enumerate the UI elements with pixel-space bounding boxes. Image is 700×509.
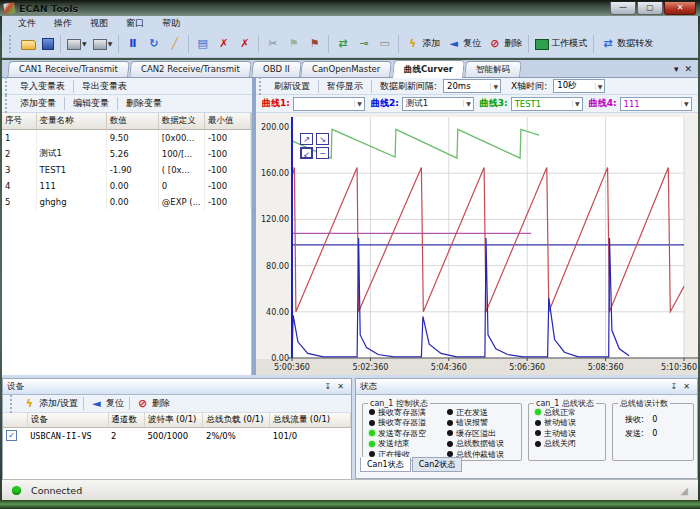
titlebar[interactable]: ECAN Tools bbox=[0, 0, 700, 16]
data-forward-button[interactable]: ⇄数据转发 bbox=[597, 34, 656, 54]
open-file-button[interactable] bbox=[18, 34, 39, 54]
curve4-select[interactable]: 111▼ bbox=[620, 97, 692, 111]
device-add-settings-button[interactable]: ϟ添加/设置 bbox=[19, 394, 81, 414]
device-reset-button[interactable]: ◄复位 bbox=[86, 394, 127, 414]
status-tab-1[interactable]: Can2状态 bbox=[412, 457, 463, 472]
delete-button[interactable]: ⊘删除 bbox=[484, 34, 525, 54]
col-header-busflow[interactable]: 总线流量 (0/1) bbox=[270, 413, 351, 428]
close-icon[interactable]: ✕ bbox=[680, 382, 693, 391]
status-panel-header: 状态 ↧ ✕ bbox=[356, 379, 697, 395]
toolbar-grip[interactable] bbox=[9, 35, 15, 53]
menu-item-4[interactable]: 帮助 bbox=[154, 16, 188, 31]
clear-button[interactable]: ╱ bbox=[164, 34, 185, 54]
x-axis-time-select[interactable]: 10秒 ▼ bbox=[553, 79, 605, 93]
delete-all-button[interactable]: ✗ bbox=[234, 34, 255, 54]
x-tick-label: 5:02:360 bbox=[352, 363, 388, 372]
delete-frame-button[interactable]: ✗ bbox=[213, 34, 234, 54]
status-bar: Connected ◢ bbox=[2, 479, 698, 500]
chart-zoom-button-1[interactable]: ↘ bbox=[316, 133, 329, 145]
toolbar-grip[interactable] bbox=[5, 77, 11, 95]
col-header-baud[interactable]: 波特率 (0/1) bbox=[144, 413, 203, 428]
cut-button[interactable]: ✂ bbox=[262, 34, 283, 54]
control-status-group: can_1 控制状态 接收寄存器满接收寄存器溢发送寄存器空发送结束正在接收 正在… bbox=[362, 403, 522, 461]
variable-row[interactable]: 19.50[0x00...-100 bbox=[2, 130, 251, 147]
tab-3[interactable]: CanOpenMaster bbox=[301, 61, 393, 77]
tab-5[interactable]: 智能解码 bbox=[464, 61, 522, 77]
flag-start-button[interactable]: ⚑ bbox=[283, 34, 304, 54]
tab-4[interactable]: 曲线Curver bbox=[392, 60, 465, 78]
led-label: 发送结束 bbox=[378, 438, 410, 449]
device-config-dropdown[interactable]: ▼ bbox=[90, 34, 116, 54]
col-header-definition[interactable]: 数据定义 bbox=[158, 113, 204, 130]
variable-row[interactable]: 41110.000-100 bbox=[2, 178, 251, 194]
export-variables-button[interactable]: 导出变量表 bbox=[76, 79, 133, 94]
variable-row[interactable]: 5ghghg0.00@EXP (...-100 bbox=[2, 194, 251, 210]
device-row[interactable]: ✓ USBCAN-II-VS 2 500/1000 2%/0% 101/0 bbox=[3, 428, 351, 444]
col-header-index[interactable]: 序号 bbox=[2, 113, 36, 130]
exchange-button[interactable]: ⇄ bbox=[332, 34, 353, 54]
device-delete-button[interactable]: ⊘删除 bbox=[132, 394, 173, 414]
variable-row[interactable]: 3TEST1-1.90( [0x...-100 bbox=[2, 162, 251, 178]
menu-item-1[interactable]: 操作 bbox=[46, 16, 80, 31]
delete-variable-button[interactable]: 删除变量 bbox=[120, 96, 168, 111]
tab-2[interactable]: OBD II bbox=[251, 61, 301, 77]
col-header-min[interactable]: 最小值 bbox=[204, 113, 250, 130]
menu-item-2[interactable]: 视图 bbox=[82, 16, 116, 31]
minimize-icon[interactable] bbox=[610, 2, 636, 15]
status-tab-0[interactable]: Can1状态 bbox=[360, 457, 411, 472]
curve3-select[interactable]: TEST1▼ bbox=[511, 97, 583, 111]
device-checkbox[interactable]: ✓ bbox=[6, 430, 17, 441]
chart-zoom-pad: ↗↘↙− bbox=[300, 133, 330, 159]
tab-close-icon[interactable]: ✕ bbox=[684, 63, 692, 75]
refresh-settings-button[interactable]: 刷新设置 bbox=[268, 79, 316, 94]
curve-chart[interactable]: 200.00160.00120.0080.0040.000.005:00:360… bbox=[256, 113, 698, 375]
maximize-icon[interactable] bbox=[637, 2, 663, 15]
add-variable-button[interactable]: 添加变量 bbox=[14, 96, 62, 111]
close-icon[interactable] bbox=[664, 2, 696, 15]
col-header-channels[interactable]: 通道数 bbox=[108, 413, 144, 428]
import-variables-button[interactable]: 导入变量表 bbox=[14, 79, 71, 94]
x-icon: ✗ bbox=[216, 37, 231, 51]
chart-zoom-button-0[interactable]: ↗ bbox=[300, 133, 313, 145]
led-label: 总线数据错误 bbox=[456, 438, 504, 449]
refresh-interval-select[interactable]: 20ms ▼ bbox=[443, 79, 501, 93]
pin-icon[interactable]: ↧ bbox=[668, 382, 681, 391]
add-device-dropdown[interactable]: ▼ bbox=[64, 34, 90, 54]
reset-button[interactable]: ◄复位 bbox=[443, 34, 484, 54]
col-header-device[interactable]: 设备 bbox=[27, 413, 108, 428]
pause-button[interactable]: Ⅱ bbox=[122, 34, 143, 54]
lightning-icon: ϟ bbox=[405, 37, 420, 51]
variable-cell: -100 bbox=[204, 162, 250, 178]
col-header-name[interactable]: 变量名称 bbox=[36, 113, 106, 130]
menu-item-3[interactable]: 窗口 bbox=[118, 16, 152, 31]
tab-0[interactable]: CAN1 Receive/Transmit bbox=[7, 61, 129, 77]
save-button[interactable] bbox=[39, 34, 57, 54]
rx-error-row: 接收: 0 bbox=[625, 414, 657, 425]
variable-row[interactable]: 2测试15.26100/[...-100 bbox=[2, 146, 251, 162]
chart-zoom-button-2[interactable]: ↙ bbox=[300, 147, 313, 159]
flag-stop-button[interactable]: ⚑ bbox=[304, 34, 325, 54]
copy-data-button[interactable]: ▤ bbox=[192, 34, 213, 54]
work-mode-button[interactable]: 工作模式 bbox=[532, 34, 590, 54]
resize-grip[interactable]: ◢ bbox=[680, 485, 688, 496]
toolbar-grip[interactable] bbox=[10, 395, 16, 413]
curve2-select[interactable]: 测试1▼ bbox=[402, 97, 474, 111]
toolbar-grip[interactable] bbox=[5, 95, 11, 113]
toolbar-grip[interactable] bbox=[259, 77, 265, 95]
window-button[interactable]: ▭ bbox=[374, 34, 395, 54]
led-label: 正在发送 bbox=[456, 407, 488, 418]
refresh-button[interactable]: ↻ bbox=[143, 34, 164, 54]
menu-item-0[interactable]: 文件 bbox=[10, 16, 44, 31]
tab-list-dropdown-icon[interactable]: ▾ bbox=[674, 63, 679, 75]
chart-zoom-button-3[interactable]: − bbox=[316, 147, 329, 159]
add-button[interactable]: ϟ添加 bbox=[402, 34, 443, 54]
edit-variable-button[interactable]: 编辑变量 bbox=[67, 96, 115, 111]
close-icon[interactable]: ✕ bbox=[334, 382, 347, 391]
col-header-busload[interactable]: 总线负载 (0/1) bbox=[203, 413, 270, 428]
connect-button[interactable]: ⊸ bbox=[353, 34, 374, 54]
col-header-value[interactable]: 数值 bbox=[106, 113, 158, 130]
curve1-select[interactable]: ▼ bbox=[293, 97, 365, 111]
pin-icon[interactable]: ↧ bbox=[322, 382, 335, 391]
pause-display-button[interactable]: 暂停显示 bbox=[321, 79, 369, 94]
tab-1[interactable]: CAN2 Receive/Transmit bbox=[129, 61, 251, 77]
